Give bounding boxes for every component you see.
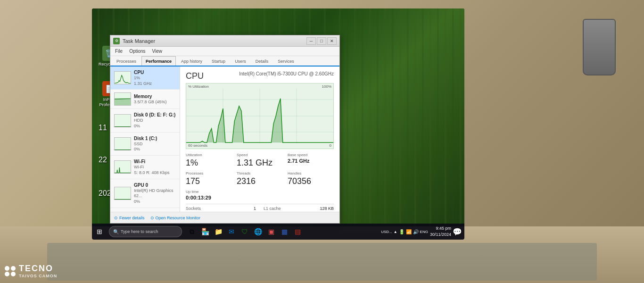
resource-gpu[interactable]: GPU 0 Intel(R) HD Graphics 62... 0% — [110, 179, 180, 208]
memory-detail: 3.5/7.8 GB (45%) — [134, 100, 176, 105]
resource-cpu[interactable]: CPU 1% 1.31 GHz — [110, 67, 180, 90]
processes-label: Processes — [186, 171, 232, 176]
wifi-name: Wi-Fi — [134, 158, 176, 165]
clock-display[interactable]: 9:45 pm 30/11/2024 — [430, 225, 451, 237]
tab-app-history[interactable]: App history — [177, 56, 206, 66]
minimize-button[interactable]: ─ — [306, 37, 316, 45]
tray-expand-icon[interactable]: ▲ — [394, 230, 397, 234]
taskbar-mail[interactable]: ✉ — [225, 225, 238, 238]
tab-performance[interactable]: Performance — [141, 56, 176, 66]
cpu-header: CPU Intel(R) Core(TM) i5-7300U CPU @ 2.6… — [186, 71, 334, 81]
content-area: CPU 1% 1.31 GHz — [110, 67, 339, 212]
resource-sidebar: CPU 1% 1.31 GHz — [110, 67, 180, 212]
threads-label: Threads — [237, 171, 283, 176]
disk1-mini-graph — [114, 137, 131, 150]
utilization-label: Utilization — [186, 153, 232, 158]
search-text: Type here to search — [121, 229, 158, 234]
stat-threads: Threads 2316 — [237, 171, 283, 187]
open-resource-monitor-button[interactable]: ⊙ Open Resource Monitor — [150, 216, 201, 220]
titlebar: ⚙ Task Manager ─ □ ✕ — [110, 35, 339, 47]
search-icon: 🔍 — [113, 229, 119, 234]
cpu-stats-grid: Utilization 1% Speed 1.31 GHz Base speed… — [186, 153, 334, 201]
resource-disk1[interactable]: Disk 1 (C:) SSD 0% — [110, 133, 180, 156]
taskbar-apps: ⧉ 🏪 📁 ✉ 🛡 🌐 ▣ — [186, 225, 304, 238]
taskbar-explorer[interactable]: 📁 — [212, 225, 224, 238]
wifi-info: Wi-Fi Wi-Fi S: 8.0 R: 408 Kbps — [134, 158, 176, 175]
disk1-name: Disk 1 (C:) — [134, 135, 176, 142]
taskbar-chrome[interactable]: 🌐 — [252, 225, 264, 238]
disk0-name: Disk 0 (D: E: F: G:) — [134, 112, 176, 118]
disk0-type: HDD — [134, 118, 176, 124]
tab-processes[interactable]: Processes — [112, 56, 140, 66]
keyboard — [47, 243, 597, 281]
resource-wifi[interactable]: Wi-Fi Wi-Fi S: 8.0 R: 408 Kbps — [110, 156, 180, 179]
cpu-detail-panel: CPU Intel(R) Core(TM) i5-7300U CPU @ 2.6… — [180, 67, 339, 212]
tab-users[interactable]: Users — [231, 56, 250, 66]
cpu-title: CPU — [186, 71, 204, 81]
tab-details[interactable]: Details — [251, 56, 273, 66]
stat-handles: Handles 70356 — [288, 171, 334, 187]
start-button[interactable]: ⊞ — [92, 224, 107, 240]
gpu-usage: 0% — [134, 199, 176, 205]
bottom-bar: ⊙ Fewer details ⊙ Open Resource Monitor — [110, 212, 339, 223]
resource-disk0[interactable]: Disk 0 (D: E: F: G:) HDD 0% — [110, 109, 180, 132]
sockets-row: Sockets 1 — [186, 206, 256, 211]
uptime-value: 0:00:13:29 — [186, 194, 232, 201]
tab-services[interactable]: Services — [273, 56, 298, 66]
window-controls: ─ □ ✕ — [306, 37, 337, 45]
stat-uptime: Up time 0:00:13:29 — [186, 190, 232, 201]
desktop: 11 22 20241031 🗑️ Recycle B... 📄 InPage … — [92, 8, 464, 240]
wifi-mini-graph — [114, 160, 131, 174]
chrome-icon: 🌐 — [254, 228, 262, 235]
cpu-detail2: 1.31 GHz — [134, 81, 176, 87]
tecno-model: TAIVOS CAMON — [19, 274, 57, 278]
cpu-model: Intel(R) Core(TM) i5-7300U CPU @ 2.60GHz — [239, 71, 334, 76]
menu-view[interactable]: View — [149, 47, 165, 56]
task-manager-window: ⚙ Task Manager ─ □ ✕ File Options View P… — [110, 35, 340, 224]
handles-label: Handles — [288, 171, 334, 176]
maximize-button[interactable]: □ — [317, 37, 326, 45]
resource-monitor-label: Open Resource Monitor — [156, 216, 201, 220]
taskbar-security[interactable]: 🛡 — [239, 225, 251, 238]
fewer-details-button[interactable]: ⊙ Fewer details — [114, 216, 145, 220]
tab-bar: Processes Performance App history Startu… — [110, 56, 339, 67]
gpu-mini-graph — [114, 187, 131, 200]
wifi-type: Wi-Fi — [134, 165, 176, 170]
notification-button[interactable]: 💬 — [453, 227, 462, 236]
time-display: 9:45 pm — [430, 225, 451, 232]
tecno-watermark: TECNO TAIVOS CAMON — [5, 264, 57, 278]
resource-monitor-icon: ⊙ — [150, 216, 154, 220]
task-manager-icon: ⚙ — [113, 38, 120, 44]
tecno-brand: TECNO — [19, 264, 57, 274]
stat-utilization: Utilization 1% — [186, 153, 232, 168]
taskview-icon: ⧉ — [190, 228, 194, 236]
cpu-name: CPU — [134, 69, 176, 75]
taskbar-app8[interactable]: ▦ — [278, 225, 290, 238]
taskbar: ⊞ 🔍 Type here to search ⧉ 🏪 📁 ✉ — [92, 224, 464, 240]
taskbar-taskview[interactable]: ⧉ — [186, 225, 198, 238]
memory-info: Memory 3.5/7.8 GB (45%) — [134, 93, 176, 105]
close-button[interactable]: ✕ — [327, 37, 337, 45]
search-bar[interactable]: 🔍 Type here to search — [109, 226, 182, 237]
app8-icon: ▦ — [281, 228, 288, 235]
menu-options[interactable]: Options — [126, 47, 148, 56]
mail-icon: ✉ — [229, 228, 234, 235]
menu-bar: File Options View — [110, 47, 339, 56]
tab-startup[interactable]: Startup — [207, 56, 230, 66]
screen-area: 11 22 20241031 🗑️ Recycle B... 📄 InPage … — [92, 8, 464, 240]
menu-file[interactable]: File — [112, 47, 125, 56]
taskbar-powerpoint[interactable]: ▤ — [291, 225, 304, 238]
cpu-detail1: 1% — [134, 75, 176, 81]
stat-base-speed: Base speed 2.71 GHz — [288, 153, 334, 168]
date-display: 30/11/2024 — [430, 232, 451, 238]
taskbar-store[interactable]: 🏪 — [199, 225, 211, 238]
memory-mini-graph — [114, 92, 131, 106]
window-title: Task Manager — [123, 38, 306, 44]
resource-memory[interactable]: Memory 3.5/7.8 GB (45%) — [110, 90, 180, 109]
disk0-info: Disk 0 (D: E: F: G:) HDD 0% — [134, 112, 176, 129]
utilization-value: 1% — [186, 158, 232, 168]
l1-label: L1 cache — [264, 206, 281, 211]
uptime-label: Up time — [186, 190, 232, 194]
taskbar-app7[interactable]: ▣ — [265, 225, 277, 238]
cpu-right-stats: Sockets 1 L1 cache 128 KB Cores 2 L2 c — [186, 204, 334, 212]
